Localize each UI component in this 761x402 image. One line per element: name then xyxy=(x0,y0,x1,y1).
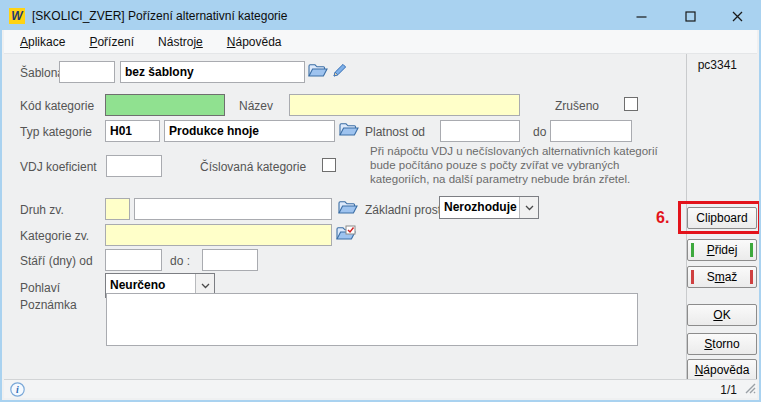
kod-kategorie-input[interactable] xyxy=(105,94,225,116)
menu-nastroje[interactable]: Nástroje xyxy=(158,35,203,49)
maximize-icon xyxy=(685,11,696,22)
info-icon[interactable]: i xyxy=(10,382,25,401)
vdj-koeficient-label: VDJ koeficient xyxy=(20,160,97,174)
vdj-note: Při nápočtu VDJ u nečíslovaných alternat… xyxy=(370,144,672,186)
green-accent-bar xyxy=(691,243,694,257)
kategorie-zv-input[interactable] xyxy=(105,224,332,246)
sablona-code-input[interactable] xyxy=(59,61,115,83)
menu-aplikace[interactable]: Aplikace xyxy=(20,35,65,49)
pridej-button-label: Přidej xyxy=(707,243,738,257)
platnost-od-input[interactable] xyxy=(440,120,520,142)
kategorie-zv-label: Kategorie zv. xyxy=(20,229,89,243)
pohlavi-label: Pohlaví xyxy=(20,281,60,295)
stari-do-label: do : xyxy=(170,254,190,268)
menu-bar: Aplikace Pořízení Nástroje Nápověda xyxy=(4,30,757,54)
vdj-koeficient-input[interactable] xyxy=(106,155,162,177)
druh-zv-label: Druh zv. xyxy=(20,203,64,217)
zruseno-label: Zrušeno xyxy=(555,99,599,113)
druh-zv-folder-open-icon[interactable] xyxy=(338,199,358,217)
smaz-button-label: Smaž xyxy=(707,270,738,284)
edit-pencil-icon[interactable] xyxy=(332,62,352,80)
cislovana-kategorie-checkbox[interactable] xyxy=(322,158,336,172)
nazev-input[interactable] xyxy=(289,94,520,116)
page-indicator: 1/1 xyxy=(720,383,737,397)
red-accent-bar xyxy=(750,270,753,284)
napoveda-button[interactable]: Nápověda xyxy=(687,359,757,381)
pridej-button[interactable]: Přidej xyxy=(687,239,757,261)
typ-kategorie-label: Typ kategorie xyxy=(20,125,92,139)
platnost-od-label: Platnost od xyxy=(365,125,425,139)
green-accent-bar xyxy=(750,243,753,257)
status-bar: i 1/1 xyxy=(4,379,757,398)
typ-kategorie-name-input[interactable] xyxy=(164,120,335,142)
svg-text:i: i xyxy=(16,384,19,395)
vdj-note-line: bude počítáno pouze s počty zvířat ve vy… xyxy=(370,158,672,172)
zruseno-checkbox[interactable] xyxy=(624,97,638,111)
smaz-button[interactable]: Smaž xyxy=(687,266,757,288)
sablona-folder-open-icon[interactable] xyxy=(308,62,328,80)
stari-od-input[interactable] xyxy=(105,249,162,271)
druh-zv-code-input[interactable] xyxy=(105,198,130,220)
stari-od-label: Stáří (dny) od xyxy=(20,254,93,268)
stari-do-input[interactable] xyxy=(202,249,258,271)
ok-button-label: OK xyxy=(713,308,730,322)
platnost-do-input[interactable] xyxy=(550,120,632,142)
host-name: pc3341 xyxy=(698,58,737,72)
ok-button[interactable]: OK xyxy=(687,304,757,326)
poznamka-textarea[interactable] xyxy=(106,293,638,346)
druh-zv-name-input[interactable] xyxy=(134,198,332,220)
clipboard-button[interactable]: Clipboard xyxy=(687,207,757,229)
napoveda-button-label: Nápověda xyxy=(695,363,750,377)
typ-kategorie-folder-open-icon[interactable] xyxy=(339,121,359,139)
typ-kategorie-code-input[interactable] xyxy=(105,120,160,142)
close-button[interactable] xyxy=(718,2,756,30)
storno-button-label: Storno xyxy=(704,337,739,351)
minimize-button[interactable] xyxy=(622,2,660,30)
kod-kategorie-label: Kód kategorie xyxy=(20,99,94,113)
window-title: [SKOLICI_ZVER] Pořízení alternativní kat… xyxy=(32,9,287,23)
sablona-name-input[interactable] xyxy=(120,61,305,83)
kategorie-zv-folder-check-icon[interactable] xyxy=(336,225,356,243)
vdj-note-line: Při nápočtu VDJ u nečíslovaných alternat… xyxy=(370,144,672,158)
menu-porizeni[interactable]: Pořízení xyxy=(89,35,134,49)
chevron-down-icon[interactable] xyxy=(519,197,538,218)
annotation-number: 6. xyxy=(656,209,669,227)
resize-grip[interactable] xyxy=(744,380,756,398)
storno-button[interactable]: Storno xyxy=(687,333,757,355)
vdj-note-line: kategoriích, na další parametry nebude b… xyxy=(370,172,672,186)
menu-napoveda[interactable]: Nápověda xyxy=(227,35,282,49)
app-icon: W xyxy=(9,8,25,24)
zakladni-prostredek-select[interactable]: Nerozhoduje xyxy=(439,196,539,219)
zakladni-prostredek-value: Nerozhoduje xyxy=(440,197,519,218)
minimize-icon xyxy=(636,11,647,22)
poznamka-label: Poznámka xyxy=(20,298,77,312)
close-icon xyxy=(732,11,743,22)
maximize-button[interactable] xyxy=(671,2,709,30)
nazev-label: Název xyxy=(239,99,273,113)
platnost-do-label: do xyxy=(533,125,546,139)
app-window: W [SKOLICI_ZVER] Pořízení alternativní k… xyxy=(0,0,761,402)
red-accent-bar xyxy=(691,270,694,284)
cislovana-kategorie-label: Číslovaná kategorie xyxy=(200,160,306,174)
